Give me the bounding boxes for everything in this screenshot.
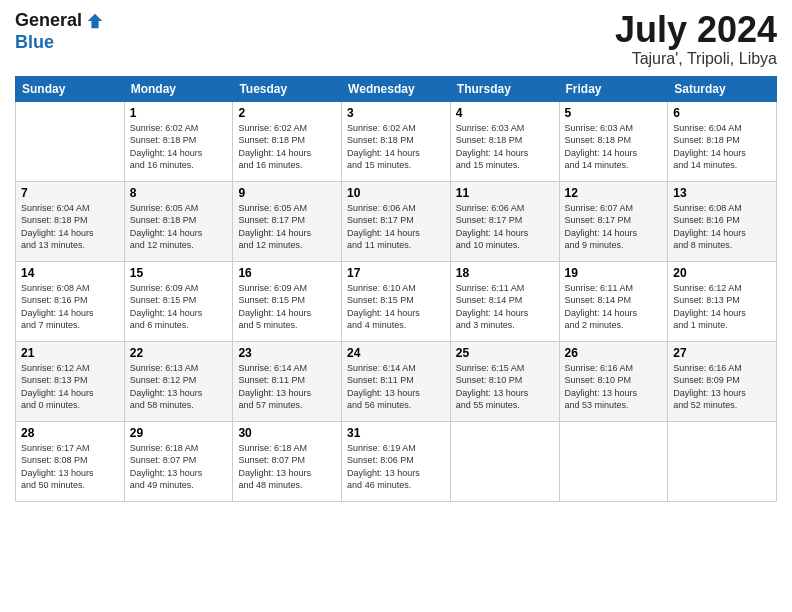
calendar-cell: 31Sunrise: 6:19 AMSunset: 8:06 PMDayligh… [342,421,451,501]
day-info: Sunrise: 6:16 AMSunset: 8:10 PMDaylight:… [565,362,663,412]
day-info: Sunrise: 6:08 AMSunset: 8:16 PMDaylight:… [21,282,119,332]
col-tuesday: Tuesday [233,76,342,101]
calendar-cell: 4Sunrise: 6:03 AMSunset: 8:18 PMDaylight… [450,101,559,181]
day-number: 22 [130,346,228,360]
month-title: July 2024 [615,10,777,50]
day-number: 30 [238,426,336,440]
day-info: Sunrise: 6:09 AMSunset: 8:15 PMDaylight:… [238,282,336,332]
day-number: 25 [456,346,554,360]
day-number: 28 [21,426,119,440]
col-thursday: Thursday [450,76,559,101]
calendar-cell: 12Sunrise: 6:07 AMSunset: 8:17 PMDayligh… [559,181,668,261]
day-number: 1 [130,106,228,120]
day-info: Sunrise: 6:18 AMSunset: 8:07 PMDaylight:… [238,442,336,492]
logo-general: General [15,10,82,32]
day-info: Sunrise: 6:16 AMSunset: 8:09 PMDaylight:… [673,362,771,412]
col-monday: Monday [124,76,233,101]
calendar-cell: 13Sunrise: 6:08 AMSunset: 8:16 PMDayligh… [668,181,777,261]
calendar-cell [559,421,668,501]
calendar-cell: 27Sunrise: 6:16 AMSunset: 8:09 PMDayligh… [668,341,777,421]
day-number: 7 [21,186,119,200]
day-info: Sunrise: 6:02 AMSunset: 8:18 PMDaylight:… [130,122,228,172]
day-number: 21 [21,346,119,360]
day-info: Sunrise: 6:03 AMSunset: 8:18 PMDaylight:… [565,122,663,172]
calendar-cell: 23Sunrise: 6:14 AMSunset: 8:11 PMDayligh… [233,341,342,421]
day-number: 2 [238,106,336,120]
calendar-cell: 17Sunrise: 6:10 AMSunset: 8:15 PMDayligh… [342,261,451,341]
calendar-header-row: Sunday Monday Tuesday Wednesday Thursday… [16,76,777,101]
calendar-cell [450,421,559,501]
day-number: 17 [347,266,445,280]
day-number: 24 [347,346,445,360]
calendar-cell: 21Sunrise: 6:12 AMSunset: 8:13 PMDayligh… [16,341,125,421]
day-info: Sunrise: 6:05 AMSunset: 8:18 PMDaylight:… [130,202,228,252]
day-number: 10 [347,186,445,200]
calendar-week-row-3: 14Sunrise: 6:08 AMSunset: 8:16 PMDayligh… [16,261,777,341]
calendar-cell: 5Sunrise: 6:03 AMSunset: 8:18 PMDaylight… [559,101,668,181]
day-number: 15 [130,266,228,280]
col-friday: Friday [559,76,668,101]
calendar-cell: 10Sunrise: 6:06 AMSunset: 8:17 PMDayligh… [342,181,451,261]
location: Tajura', Tripoli, Libya [615,50,777,68]
day-number: 23 [238,346,336,360]
calendar-cell: 28Sunrise: 6:17 AMSunset: 8:08 PMDayligh… [16,421,125,501]
calendar-cell: 11Sunrise: 6:06 AMSunset: 8:17 PMDayligh… [450,181,559,261]
day-info: Sunrise: 6:12 AMSunset: 8:13 PMDaylight:… [673,282,771,332]
calendar-week-row-1: 1Sunrise: 6:02 AMSunset: 8:18 PMDaylight… [16,101,777,181]
day-info: Sunrise: 6:04 AMSunset: 8:18 PMDaylight:… [21,202,119,252]
logo: General Blue [15,10,104,53]
calendar-cell: 8Sunrise: 6:05 AMSunset: 8:18 PMDaylight… [124,181,233,261]
day-number: 9 [238,186,336,200]
day-info: Sunrise: 6:09 AMSunset: 8:15 PMDaylight:… [130,282,228,332]
day-number: 13 [673,186,771,200]
calendar-cell: 3Sunrise: 6:02 AMSunset: 8:18 PMDaylight… [342,101,451,181]
day-info: Sunrise: 6:02 AMSunset: 8:18 PMDaylight:… [238,122,336,172]
day-info: Sunrise: 6:17 AMSunset: 8:08 PMDaylight:… [21,442,119,492]
calendar-cell: 18Sunrise: 6:11 AMSunset: 8:14 PMDayligh… [450,261,559,341]
calendar-cell: 29Sunrise: 6:18 AMSunset: 8:07 PMDayligh… [124,421,233,501]
day-number: 8 [130,186,228,200]
day-number: 29 [130,426,228,440]
day-number: 16 [238,266,336,280]
calendar-cell: 30Sunrise: 6:18 AMSunset: 8:07 PMDayligh… [233,421,342,501]
day-info: Sunrise: 6:06 AMSunset: 8:17 PMDaylight:… [456,202,554,252]
day-info: Sunrise: 6:05 AMSunset: 8:17 PMDaylight:… [238,202,336,252]
calendar-cell: 6Sunrise: 6:04 AMSunset: 8:18 PMDaylight… [668,101,777,181]
calendar-cell: 24Sunrise: 6:14 AMSunset: 8:11 PMDayligh… [342,341,451,421]
logo-icon [86,12,104,30]
calendar-cell [16,101,125,181]
day-number: 31 [347,426,445,440]
calendar-table: Sunday Monday Tuesday Wednesday Thursday… [15,76,777,502]
calendar-week-row-4: 21Sunrise: 6:12 AMSunset: 8:13 PMDayligh… [16,341,777,421]
day-number: 5 [565,106,663,120]
day-info: Sunrise: 6:04 AMSunset: 8:18 PMDaylight:… [673,122,771,172]
day-number: 11 [456,186,554,200]
calendar-cell: 26Sunrise: 6:16 AMSunset: 8:10 PMDayligh… [559,341,668,421]
day-info: Sunrise: 6:07 AMSunset: 8:17 PMDaylight:… [565,202,663,252]
calendar-cell: 1Sunrise: 6:02 AMSunset: 8:18 PMDaylight… [124,101,233,181]
calendar-cell: 2Sunrise: 6:02 AMSunset: 8:18 PMDaylight… [233,101,342,181]
day-number: 20 [673,266,771,280]
day-info: Sunrise: 6:14 AMSunset: 8:11 PMDaylight:… [347,362,445,412]
calendar-cell: 9Sunrise: 6:05 AMSunset: 8:17 PMDaylight… [233,181,342,261]
calendar-cell: 7Sunrise: 6:04 AMSunset: 8:18 PMDaylight… [16,181,125,261]
calendar-cell: 15Sunrise: 6:09 AMSunset: 8:15 PMDayligh… [124,261,233,341]
day-info: Sunrise: 6:19 AMSunset: 8:06 PMDaylight:… [347,442,445,492]
day-info: Sunrise: 6:13 AMSunset: 8:12 PMDaylight:… [130,362,228,412]
calendar-week-row-5: 28Sunrise: 6:17 AMSunset: 8:08 PMDayligh… [16,421,777,501]
day-number: 3 [347,106,445,120]
day-info: Sunrise: 6:10 AMSunset: 8:15 PMDaylight:… [347,282,445,332]
col-saturday: Saturday [668,76,777,101]
day-info: Sunrise: 6:12 AMSunset: 8:13 PMDaylight:… [21,362,119,412]
calendar-cell: 19Sunrise: 6:11 AMSunset: 8:14 PMDayligh… [559,261,668,341]
day-info: Sunrise: 6:15 AMSunset: 8:10 PMDaylight:… [456,362,554,412]
day-number: 14 [21,266,119,280]
day-info: Sunrise: 6:18 AMSunset: 8:07 PMDaylight:… [130,442,228,492]
day-info: Sunrise: 6:02 AMSunset: 8:18 PMDaylight:… [347,122,445,172]
logo-blue: Blue [15,32,104,54]
calendar-cell: 14Sunrise: 6:08 AMSunset: 8:16 PMDayligh… [16,261,125,341]
day-number: 26 [565,346,663,360]
calendar-cell: 20Sunrise: 6:12 AMSunset: 8:13 PMDayligh… [668,261,777,341]
day-number: 6 [673,106,771,120]
col-sunday: Sunday [16,76,125,101]
